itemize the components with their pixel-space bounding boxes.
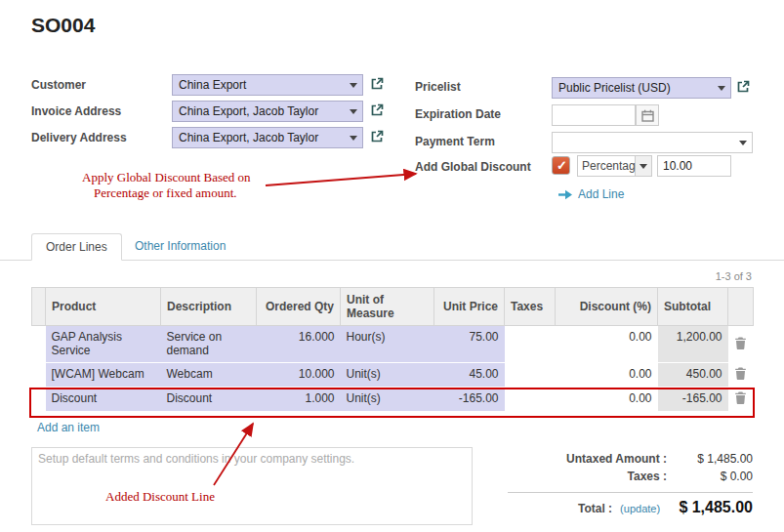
col-taxes: Taxes <box>505 288 556 326</box>
row-handle[interactable] <box>32 326 46 363</box>
cell-taxes[interactable] <box>505 388 556 412</box>
delivery-address-value: China Export, Jacob Taylor <box>179 131 318 144</box>
table-row: [WCAM] Webcam Webcam 10.000 Unit(s) 45.0… <box>32 363 754 388</box>
cell-ordered-qty[interactable]: 16.000 <box>257 326 341 363</box>
cell-subtotal: -165.00 <box>658 388 728 412</box>
pricelist-label: Pricelist <box>415 80 461 94</box>
add-line-link[interactable]: Add Line <box>558 187 624 201</box>
cell-description[interactable]: Discount <box>161 388 257 412</box>
terms-conditions-textarea[interactable] <box>31 447 473 525</box>
annotation-line1: Apply Global Discount Based on <box>82 170 277 185</box>
arrow-right-icon <box>558 189 573 200</box>
cell-unit-price[interactable]: 45.00 <box>434 363 505 388</box>
col-product: Product <box>46 288 161 326</box>
col-delete <box>728 288 754 326</box>
cell-unit-of-measure[interactable]: Unit(s) <box>341 388 434 412</box>
chevron-down-icon <box>718 86 725 91</box>
chevron-down-icon <box>350 136 357 141</box>
chevron-down-icon <box>350 109 357 114</box>
chevron-down-icon <box>350 83 357 88</box>
global-discount-checkbox[interactable] <box>552 156 570 175</box>
row-handle-column-header <box>32 288 46 326</box>
delivery-address-select[interactable]: China Export, Jacob Taylor <box>172 127 363 148</box>
cell-product[interactable]: Discount <box>46 388 161 412</box>
table-row: GAP Analysis Service Service on demand 1… <box>32 326 754 363</box>
tab-other-information[interactable]: Other Information <box>135 239 226 253</box>
invoice-address-external-link-icon[interactable] <box>369 102 385 118</box>
col-discount: Discount (%) <box>556 288 658 326</box>
cell-product[interactable]: GAP Analysis Service <box>46 326 161 363</box>
cell-product[interactable]: [WCAM] Webcam <box>46 363 161 388</box>
invoice-address-select[interactable]: China Export, Jacob Taylor <box>172 101 363 122</box>
cell-unit-price[interactable]: 75.00 <box>434 326 505 363</box>
delete-row-icon[interactable] <box>728 326 754 363</box>
cell-taxes[interactable] <box>505 326 556 363</box>
update-total-link[interactable]: (update) <box>620 503 660 514</box>
pager: 1-3 of 3 <box>716 270 752 282</box>
cell-ordered-qty[interactable]: 1.000 <box>257 388 341 412</box>
cell-unit-of-measure[interactable]: Unit(s) <box>341 363 434 388</box>
untaxed-amount-label: Untaxed Amount : <box>566 452 667 466</box>
pricelist-value: Public Pricelist (USD) <box>558 81 671 95</box>
cell-taxes[interactable] <box>505 363 556 388</box>
table-header-row: Product Description Ordered Qty Unit of … <box>32 288 754 326</box>
annotation-line2: Percentage or fixed amount. <box>94 185 277 201</box>
customer-value: China Export <box>179 78 246 92</box>
cell-ordered-qty[interactable]: 10.000 <box>257 363 341 388</box>
table-row-discount: Discount Discount 1.000 Unit(s) -165.00 … <box>32 388 754 412</box>
discount-amount-input[interactable] <box>657 155 731 177</box>
customer-external-link-icon[interactable] <box>369 76 385 92</box>
cell-unit-of-measure[interactable]: Hour(s) <box>341 326 434 363</box>
total-value: $ 1,485.00 <box>660 499 753 516</box>
delete-row-icon[interactable] <box>728 363 754 388</box>
chevron-down-icon <box>636 155 652 177</box>
payment-term-select[interactable] <box>552 132 753 153</box>
page-title: SO004 <box>31 14 95 37</box>
cell-description[interactable]: Webcam <box>161 363 257 388</box>
taxes-value: $ 0.00 <box>667 470 753 483</box>
untaxed-amount-value: $ 1,485.00 <box>667 452 753 466</box>
customer-select[interactable]: China Export <box>172 74 363 96</box>
totals-section: Untaxed Amount : $ 1,485.00 Taxes : $ 0.… <box>508 450 753 516</box>
row-handle[interactable] <box>32 363 46 388</box>
cell-discount[interactable]: 0.00 <box>556 363 658 388</box>
expiration-date-label: Expiration Date <box>415 107 501 121</box>
pricelist-external-link-icon[interactable] <box>735 79 751 95</box>
tab-order-lines[interactable]: Order Lines <box>31 233 122 261</box>
invoice-address-value: China Export, Jacob Taylor <box>179 104 318 118</box>
annotation-discount-line: Added Discount Line <box>105 489 215 505</box>
order-lines-table: Product Description Ordered Qty Unit of … <box>31 287 754 412</box>
col-description: Description <box>161 288 257 326</box>
cell-unit-price[interactable]: -165.00 <box>434 388 505 412</box>
cell-subtotal: 450.00 <box>658 363 728 388</box>
cell-description[interactable]: Service on demand <box>161 326 257 363</box>
cell-subtotal: 1,200.00 <box>658 326 728 363</box>
col-ordered-qty: Ordered Qty <box>257 288 341 326</box>
taxes-label: Taxes : <box>628 470 667 483</box>
calendar-icon[interactable] <box>636 104 659 126</box>
notebook-tabstrip: Order Lines Other Information <box>0 233 784 261</box>
expiration-date-input[interactable] <box>552 104 636 126</box>
delivery-address-label: Delivery Address <box>31 131 127 144</box>
invoice-address-label: Invoice Address <box>31 104 121 118</box>
cell-discount[interactable]: 0.00 <box>556 388 658 412</box>
col-unit-price: Unit Price <box>434 288 505 326</box>
delete-row-icon[interactable] <box>728 388 754 412</box>
chevron-down-icon <box>739 141 747 145</box>
global-discount-label: Add Global Discount <box>415 160 531 174</box>
total-label: Total : <box>578 502 612 515</box>
payment-term-label: Payment Term <box>415 135 495 148</box>
customer-label: Customer <box>31 78 86 92</box>
add-line-label: Add Line <box>578 187 624 201</box>
annotation-global-discount: Apply Global Discount Based on Percentag… <box>82 170 277 201</box>
pricelist-select[interactable]: Public Pricelist (USD) <box>552 77 731 99</box>
discount-type-select[interactable]: Percentage <box>577 155 652 177</box>
col-subtotal: Subtotal <box>658 288 728 326</box>
row-handle[interactable] <box>32 388 46 412</box>
cell-discount[interactable]: 0.00 <box>556 326 658 363</box>
discount-type-value: Percentage <box>577 155 636 177</box>
delivery-address-external-link-icon[interactable] <box>369 129 385 144</box>
sale-order-form: SO004 Customer Invoice Address Delivery … <box>0 0 784 532</box>
col-unit-of-measure: Unit of Measure <box>341 288 434 326</box>
add-an-item-link[interactable]: Add an item <box>37 421 100 434</box>
